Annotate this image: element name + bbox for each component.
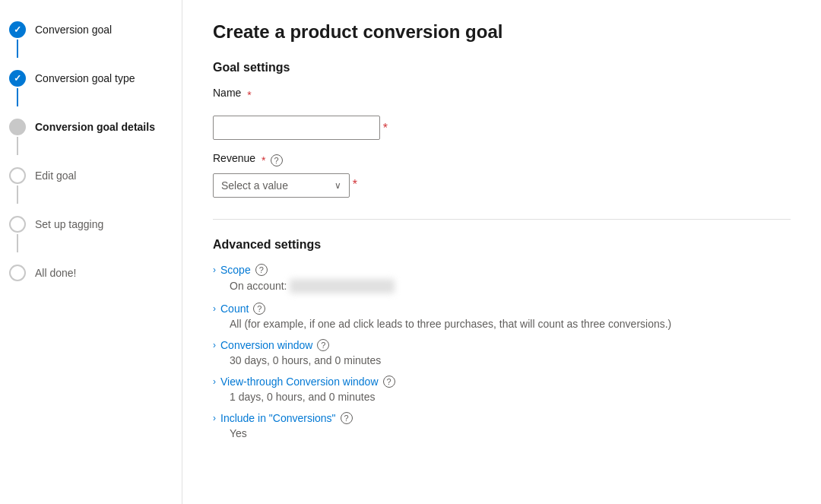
advanced-settings-title: Advanced settings — [213, 238, 791, 252]
name-input-required-dot: * — [383, 122, 388, 135]
sidebar-item-edit-goal[interactable]: Edit goal — [0, 161, 182, 210]
scope-accordion: › Scope ? On account: account name blurr… — [213, 264, 791, 293]
revenue-help-icon[interactable]: ? — [271, 154, 283, 166]
sidebar: ✓ Conversion goal ✓ Conversion goal type… — [0, 0, 182, 504]
advanced-settings-section: Advanced settings › Scope ? On account: … — [213, 238, 791, 439]
step-indicator-6 — [9, 265, 26, 281]
step-circle-6 — [9, 265, 26, 281]
sidebar-item-label-3: Conversion goal details — [35, 119, 155, 135]
view-through-window-description: 1 days, 0 hours, and 0 minutes — [213, 391, 791, 403]
count-accordion-header[interactable]: › Count ? — [213, 303, 791, 315]
view-through-window-accordion: › View-through Conversion window ? 1 day… — [213, 376, 791, 403]
sidebar-item-conversion-goal-details[interactable]: Conversion goal details — [0, 113, 182, 161]
view-through-chevron-icon: › — [213, 376, 216, 387]
scope-chevron-icon: › — [213, 265, 216, 275]
count-description: All (for example, if one ad click leads … — [213, 318, 791, 330]
conversion-window-label: Conversion window — [220, 339, 312, 351]
sidebar-item-label-1: Conversion goal — [35, 21, 112, 38]
step-line-3 — [17, 137, 18, 155]
revenue-select-value: Select a value — [221, 179, 288, 192]
revenue-select[interactable]: Select a value ∨ — [213, 173, 350, 198]
on-account-label: On account: — [230, 280, 287, 292]
step-line-5 — [17, 234, 18, 252]
step-line-4 — [17, 185, 18, 204]
count-help-icon[interactable]: ? — [253, 303, 265, 315]
sidebar-item-label-4: Edit goal — [35, 167, 76, 184]
count-label: Count — [220, 303, 249, 315]
include-conversions-help-icon[interactable]: ? — [341, 412, 353, 424]
section-divider — [213, 219, 791, 220]
count-accordion: › Count ? All (for example, if one ad cl… — [213, 303, 791, 330]
dropdown-arrow-icon: ∨ — [334, 180, 341, 191]
revenue-select-required-dot: * — [353, 178, 357, 192]
name-label: Name — [213, 87, 241, 99]
scope-accordion-header[interactable]: › Scope ? — [213, 264, 791, 276]
conversion-window-accordion: › Conversion window ? 30 days, 0 hours, … — [213, 339, 791, 366]
step-line-1 — [17, 40, 18, 58]
account-value-blurred: account name blurred — [290, 279, 395, 293]
name-field-row: Name * — [213, 87, 791, 103]
view-through-help-icon[interactable]: ? — [383, 376, 395, 388]
revenue-label-row: Revenue * ? — [213, 152, 791, 169]
view-through-window-label: View-through Conversion window — [220, 376, 379, 388]
revenue-label: Revenue — [213, 152, 255, 164]
count-chevron-icon: › — [213, 303, 216, 314]
conversion-window-header[interactable]: › Conversion window ? — [213, 339, 791, 351]
step-indicator-1: ✓ — [9, 21, 26, 58]
sidebar-item-conversion-goal[interactable]: ✓ Conversion goal — [0, 15, 182, 64]
revenue-required-marker: * — [262, 154, 265, 166]
scope-help-icon[interactable]: ? — [255, 264, 268, 276]
include-conversions-description: Yes — [213, 427, 791, 439]
step-circle-3 — [9, 119, 26, 135]
include-conversions-header[interactable]: › Include in "Conversions" ? — [213, 412, 791, 424]
step-circle-2: ✓ — [9, 70, 26, 87]
conversion-window-description: 30 days, 0 hours, and 0 minutes — [213, 354, 791, 366]
name-input[interactable] — [213, 116, 380, 140]
step-circle-5 — [9, 216, 26, 233]
main-content: Create a product conversion goal Goal se… — [182, 0, 821, 504]
name-required-marker: * — [247, 89, 251, 101]
scope-on-account: On account: account name blurred — [213, 279, 791, 293]
step-circle-4 — [9, 167, 26, 184]
conversion-window-help-icon[interactable]: ? — [317, 339, 329, 351]
sidebar-item-conversion-goal-type[interactable]: ✓ Conversion goal type — [0, 64, 182, 113]
sidebar-item-label-5: Set up tagging — [35, 216, 103, 233]
step-indicator-2: ✓ — [9, 70, 26, 106]
include-conversions-label: Include in "Conversions" — [220, 412, 336, 424]
step-indicator-4 — [9, 167, 26, 204]
scope-label: Scope — [220, 264, 251, 276]
sidebar-item-all-done[interactable]: All done! — [0, 258, 182, 287]
view-through-window-header[interactable]: › View-through Conversion window ? — [213, 376, 791, 388]
step-indicator-3 — [9, 119, 26, 155]
sidebar-item-label-6: All done! — [35, 265, 76, 281]
sidebar-item-label-2: Conversion goal type — [35, 70, 135, 87]
include-conversions-accordion: › Include in "Conversions" ? Yes — [213, 412, 791, 439]
page-title: Create a product conversion goal — [213, 21, 791, 43]
goal-settings-section: Goal settings Name * * Revenue * ? Selec… — [213, 61, 791, 201]
conversion-window-chevron-icon: › — [213, 340, 216, 350]
step-circle-1: ✓ — [9, 21, 26, 38]
step-indicator-5 — [9, 216, 26, 252]
sidebar-item-set-up-tagging[interactable]: Set up tagging — [0, 210, 182, 258]
check-icon-1: ✓ — [14, 24, 21, 35]
include-conversions-chevron-icon: › — [213, 413, 216, 423]
goal-settings-title: Goal settings — [213, 61, 791, 74]
check-icon-2: ✓ — [14, 73, 21, 84]
step-line-2 — [17, 88, 18, 106]
